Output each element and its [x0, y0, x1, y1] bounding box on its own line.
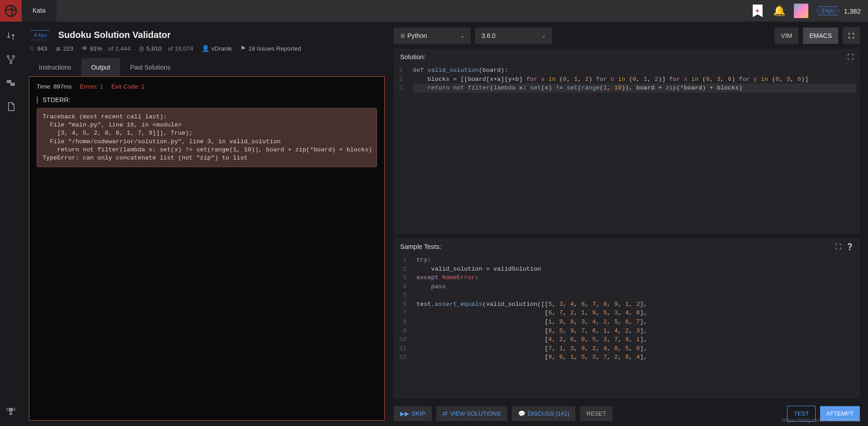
unlock-icon: ⇄ [443, 410, 448, 417]
skip-button[interactable]: ▶▶SKIP [394, 406, 432, 421]
stderr-heading: STDERR: [37, 96, 377, 103]
expand-icon[interactable]: ⛶ [847, 53, 854, 61]
tab-kata[interactable]: Kata [22, 0, 57, 22]
kata-title: Sudoku Solution Validator [58, 30, 171, 40]
vim-mode-button[interactable]: VIM [774, 28, 798, 44]
svg-point-2 [13, 56, 14, 57]
compare-icon[interactable] [5, 31, 16, 42]
view-solutions-button[interactable]: ⇄VIEW SOLUTIONS [436, 406, 507, 421]
user-icon: 👤 [202, 45, 209, 52]
tab-instructions[interactable]: Instructions [29, 58, 81, 76]
author-link[interactable]: xDranik [212, 45, 232, 52]
logo[interactable] [0, 0, 22, 22]
avatar[interactable] [793, 3, 809, 19]
help-icon[interactable]: ❔ [846, 243, 854, 250]
run-time: Time: 897ms [37, 83, 72, 90]
forward-icon: ▶▶ [400, 410, 409, 417]
branch-icon[interactable] [5, 54, 16, 65]
solution-editor[interactable]: 123 def valid_solution(board): blocks = … [394, 65, 860, 234]
topbar: Kata 🔔 3 kyu 1,382 [0, 0, 868, 22]
emacs-mode-button[interactable]: EMACS [803, 28, 838, 44]
tests-label: Sample Tests: [400, 243, 441, 250]
svg-point-0 [5, 5, 16, 16]
flag-icon: ⚑ [240, 45, 246, 52]
kata-rank: 4 kyu [29, 30, 52, 40]
svg-rect-5 [10, 83, 15, 86]
svg-point-3 [10, 62, 12, 64]
bell-icon[interactable]: 🔔 [771, 3, 788, 19]
exit-code: Exit Code: 1 [111, 83, 145, 90]
chevron-down-icon: ⌄ [542, 33, 546, 39]
tab-past-solutions[interactable]: Past Solutions [120, 58, 181, 76]
output-panel: Time: 897ms Errors: 1 Exit Code: 1 STDER… [29, 76, 385, 421]
reset-button[interactable]: RESET [580, 406, 612, 421]
layers-icon: ≣ [56, 45, 61, 52]
trophy-icon[interactable] [5, 406, 16, 417]
sidebar [0, 22, 22, 426]
expand-icon[interactable]: ⛶ [835, 243, 841, 250]
bookmark-icon[interactable] [750, 3, 766, 19]
test-button[interactable]: TEST [787, 406, 816, 421]
user-rank: 3 kyu [816, 6, 840, 15]
stderr-content: Traceback (most recent call last): File … [37, 108, 377, 167]
run-errors: Errors: 1 [80, 83, 104, 90]
language-select[interactable]: ⊕ Python ⌄ [394, 28, 471, 44]
eye-icon: 👁 [81, 45, 88, 52]
version-select[interactable]: 3.6.0 ⌄ [475, 28, 552, 44]
target-icon: ◎ [139, 45, 144, 52]
doc-icon[interactable] [5, 101, 16, 112]
chevron-down-icon: ⌄ [460, 33, 464, 39]
comment-icon: 💬 [518, 410, 525, 417]
solution-label: Solution: [400, 53, 425, 61]
issues-link[interactable]: 18 Issues Reported [248, 45, 301, 52]
attempt-button[interactable]: ATTEMPT [820, 406, 860, 421]
chat-icon[interactable] [5, 78, 16, 89]
discuss-button[interactable]: 💬DISCUSS (141) [512, 406, 576, 421]
solution-panel: Solution: ⛶ 123 def valid_solution(board… [394, 49, 860, 234]
tab-output[interactable]: Output [81, 58, 120, 76]
star-icon: ☆ [29, 45, 35, 52]
fullscreen-button[interactable] [843, 27, 860, 44]
tests-panel: Sample Tests: ⛶ ❔ 123456789101112 try: v… [394, 239, 860, 398]
kata-stats: ☆943 ≣223 👁91% of 2,444 ◎5,910 of 16,074… [29, 45, 385, 52]
tests-editor[interactable]: 123456789101112 try: valid_solution = va… [394, 255, 860, 398]
python-icon: ⊕ [400, 32, 406, 39]
svg-point-1 [7, 56, 9, 57]
svg-rect-4 [7, 80, 11, 83]
user-points: 1,382 [844, 7, 861, 15]
